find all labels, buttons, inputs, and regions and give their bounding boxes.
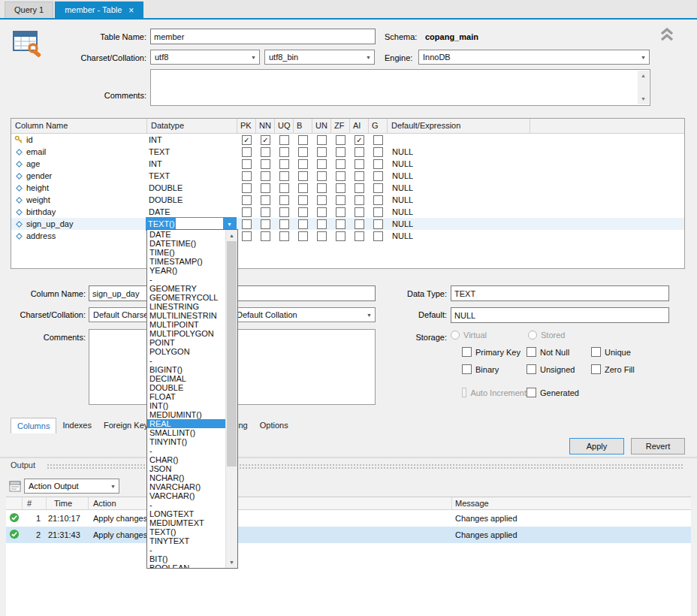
header-zf[interactable]: ZF — [331, 119, 350, 133]
storage-radio-virtual[interactable]: Virtual — [451, 331, 528, 340]
option-primary-key[interactable]: Primary Key — [462, 346, 527, 358]
datatype-option[interactable]: MULTIPOINT — [147, 320, 225, 329]
checkbox-nn[interactable] — [261, 159, 270, 169]
collapse-header-icon[interactable] — [658, 27, 676, 44]
checkbox-g[interactable] — [373, 207, 383, 217]
collation-select[interactable]: utf8_bin — [264, 50, 375, 65]
checkbox-un[interactable] — [317, 207, 327, 217]
checkbox-pk[interactable] — [242, 147, 252, 157]
subtab-indexes[interactable]: Indexes — [56, 418, 98, 433]
datatype-option[interactable]: TIME() — [147, 248, 225, 257]
checkbox-ai[interactable] — [355, 159, 364, 169]
scroll-down-icon[interactable]: ▼ — [226, 557, 237, 568]
column-name-cell[interactable]: id — [11, 134, 147, 146]
column-name-cell[interactable]: height — [11, 182, 147, 194]
checkbox-uq[interactable] — [279, 171, 289, 181]
checkbox-icon[interactable] — [462, 347, 472, 357]
option-binary[interactable]: Binary — [462, 364, 527, 375]
checkbox-pk[interactable] — [242, 159, 252, 169]
column-name-cell[interactable]: address — [11, 230, 147, 242]
checkbox-icon[interactable] — [527, 347, 536, 357]
column-name-cell[interactable]: gender — [11, 170, 147, 182]
checkbox-un[interactable] — [317, 147, 327, 157]
datatype-option[interactable]: TEXT() — [147, 527, 225, 536]
checkbox-pk[interactable] — [242, 171, 252, 181]
checkbox-g[interactable] — [373, 231, 383, 241]
scroll-down-icon[interactable]: ▼ — [638, 94, 649, 104]
checkbox-icon[interactable] — [591, 364, 601, 374]
option-zero-fill[interactable]: Zero Fill — [591, 364, 680, 375]
option-unique[interactable]: Unique — [591, 346, 680, 358]
datatype-option[interactable]: - — [147, 545, 225, 554]
scroll-up-icon[interactable]: ▲ — [638, 71, 649, 81]
checkbox-ai[interactable] — [355, 231, 364, 241]
datatype-option[interactable]: CHAR() — [147, 455, 225, 464]
checkbox-zf[interactable] — [336, 159, 345, 169]
datatype-option[interactable]: FLOAT — [147, 392, 225, 401]
checkbox-nn[interactable] — [261, 207, 270, 217]
datatype-option[interactable]: BOOLEAN — [147, 563, 225, 569]
checkbox-un[interactable] — [317, 219, 327, 229]
datatype-option[interactable]: VARCHAR() — [147, 491, 225, 500]
checkbox-pk[interactable] — [242, 195, 252, 205]
scrollbar-thumb[interactable] — [227, 241, 237, 467]
checkbox-zf[interactable] — [336, 195, 345, 205]
output-header-num[interactable]: # — [23, 497, 47, 509]
checkbox-uq[interactable] — [279, 219, 289, 229]
datatype-option[interactable]: POLYGON — [147, 347, 225, 356]
checkbox-un[interactable] — [317, 231, 327, 241]
checkbox-nn[interactable] — [261, 171, 270, 181]
datatype-dropdown-button-icon[interactable]: ▼ — [223, 218, 236, 230]
checkbox-g[interactable] — [373, 159, 383, 169]
checkbox-un[interactable] — [317, 159, 327, 169]
checkbox-ai[interactable] — [355, 219, 364, 229]
table-name-input[interactable] — [150, 29, 376, 44]
datatype-cell[interactable]: DOUBLE — [147, 194, 237, 206]
checkbox-icon[interactable] — [527, 364, 536, 374]
default-input[interactable] — [451, 307, 669, 323]
column-name-cell[interactable]: sign_up_day — [11, 218, 147, 230]
checkbox-nn[interactable] — [261, 195, 270, 205]
datatype-option[interactable]: DATETIME() — [147, 239, 225, 248]
column-row-weight[interactable]: weightDOUBLENULL — [11, 194, 684, 206]
checkbox-zf[interactable] — [336, 135, 345, 145]
checkbox-ai[interactable] — [355, 147, 364, 157]
option-not-null[interactable]: Not Null — [527, 346, 591, 358]
datatype-option[interactable]: MULTILINESTRIN — [147, 311, 225, 320]
datatype-option[interactable]: TINYTEXT — [147, 536, 225, 545]
checkbox-pk[interactable] — [242, 183, 252, 193]
datatype-option[interactable]: DATE — [147, 230, 225, 239]
tab-member-table[interactable]: member - Table × — [55, 2, 143, 18]
checkbox-icon[interactable] — [527, 388, 536, 397]
datatype-option[interactable]: LONGTEXT — [147, 509, 225, 518]
output-view-select[interactable]: Action Output — [24, 479, 119, 494]
checkbox-ai[interactable] — [355, 183, 364, 193]
datatype-option[interactable]: TIMESTAMP() — [147, 257, 225, 266]
dropdown-scrollbar[interactable]: ▲ ▼ — [225, 230, 237, 568]
output-header-message[interactable]: Message — [452, 497, 691, 509]
checkbox-b[interactable] — [298, 171, 308, 181]
table-comments-textarea[interactable]: ▲ ▼ — [150, 69, 650, 106]
header-datatype[interactable]: Datatype — [147, 119, 237, 133]
checkbox-uq[interactable] — [279, 159, 289, 169]
default-expression-cell[interactable]: NULL — [388, 170, 530, 182]
header-pk[interactable]: PK — [237, 119, 256, 133]
checkbox-b[interactable] — [298, 219, 308, 229]
datatype-option[interactable]: MULTIPOLYGON — [147, 329, 225, 338]
checkbox-zf[interactable] — [336, 171, 345, 181]
datatype-option[interactable]: MEDIUMTEXT — [147, 518, 225, 527]
checkbox-b[interactable] — [298, 207, 308, 217]
datatype-cell[interactable]: DOUBLE — [147, 182, 237, 194]
column-name-cell[interactable]: age — [11, 158, 147, 170]
datatype-option[interactable]: - — [147, 275, 225, 284]
detail-collation-select[interactable]: Default Collation — [232, 307, 376, 322]
header-b[interactable]: B — [294, 119, 312, 133]
scroll-up-icon[interactable]: ▲ — [226, 230, 237, 241]
column-row-sign_up_day[interactable]: sign_up_dayTEXT()▼NULL — [11, 218, 684, 230]
datatype-option[interactable]: INT() — [147, 401, 225, 410]
header-ai[interactable]: AI — [350, 119, 369, 133]
datatype-cell[interactable]: TEXT()▼ — [147, 218, 237, 230]
checkbox-nn[interactable] — [261, 183, 270, 193]
output-header-time[interactable]: Time — [47, 497, 89, 509]
checkbox-icon[interactable] — [462, 364, 472, 374]
